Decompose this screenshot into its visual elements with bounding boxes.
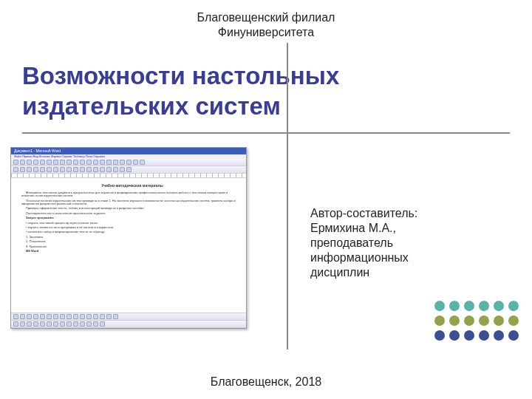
author-line3: преподаватель [310, 236, 417, 250]
title-line2: издательских систем [22, 91, 532, 121]
title-underline [22, 132, 510, 134]
dot-icon [479, 301, 489, 311]
dot-icon [434, 330, 445, 341]
dot-icon [449, 301, 460, 311]
word-screenshot-thumbnail: Документ1 - Microsoft Word Файл Правка В… [10, 147, 247, 329]
thumb-document-body: Учебно-методические материалы Материалы … [11, 178, 246, 308]
author-line2: Ермихина М.А., [310, 221, 417, 236]
author-block: Автор-составитель: Ермихина М.А., препод… [310, 206, 417, 280]
dot-icon [449, 330, 460, 341]
dot-icon [508, 316, 519, 326]
thumb-toolbar-2 [11, 166, 246, 174]
thumb-program-label: Запуск программы [21, 216, 239, 219]
title-line1: Возможности настольных [22, 61, 532, 91]
slide-title: Возможности настольных издательских сист… [22, 61, 532, 122]
dot-icon [508, 301, 519, 311]
thumb-toolbar-1 [11, 159, 246, 166]
dot-icon [494, 330, 504, 341]
thumb-word-label: MS Word [21, 250, 239, 253]
dot-icon [479, 330, 489, 341]
thumb-titlebar: Документ1 - Microsoft Word [11, 148, 246, 155]
dot-icon [449, 316, 460, 326]
institution-header: Благовещенский филиал Финуниверситета [0, 0, 532, 40]
slide-footer: Благовещенск, 2018 [0, 375, 532, 389]
thumb-footer-toolbars [11, 313, 246, 328]
author-line1: Автор-составитель: [310, 206, 417, 221]
institution-line2: Финуниверситета [0, 25, 532, 40]
dot-icon [479, 316, 489, 326]
author-line4: информационных [310, 250, 417, 265]
dot-icon [434, 301, 445, 311]
thumb-doc-heading: Учебно-методические материалы [21, 184, 239, 188]
author-line5: дисциплин [310, 265, 417, 280]
dot-icon [494, 301, 504, 311]
dot-icon [464, 301, 474, 311]
dot-icon [508, 330, 519, 341]
dot-icon [434, 316, 445, 326]
vertical-divider [287, 43, 288, 349]
decorative-dot-grid [434, 301, 519, 345]
dot-icon [464, 330, 474, 341]
dot-icon [464, 316, 474, 326]
institution-line1: Благовещенский филиал [0, 10, 532, 25]
dot-icon [494, 316, 504, 326]
